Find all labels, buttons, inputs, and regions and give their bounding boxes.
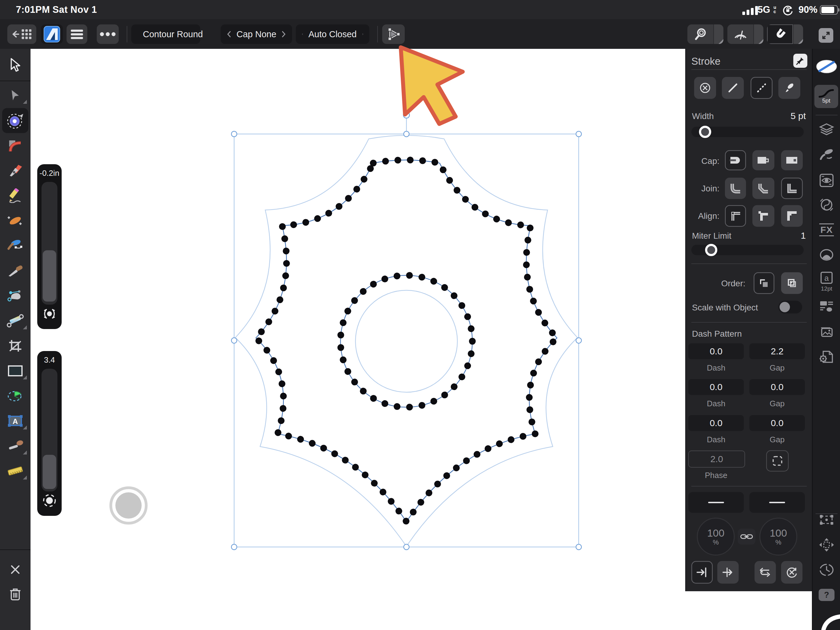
- cancel-button[interactable]: [0, 559, 30, 581]
- stroke-none-button[interactable]: [694, 77, 716, 99]
- chevron-right-icon[interactable]: [362, 30, 363, 38]
- tool-vector-brush[interactable]: [0, 235, 30, 257]
- stroke-panel-tab-selected[interactable]: 5pt: [814, 85, 838, 108]
- join-bevel-button[interactable]: [752, 178, 774, 199]
- line-end-style-selector[interactable]: [749, 492, 805, 513]
- pressure-start-button[interactable]: [692, 561, 713, 584]
- document-settings-tab[interactable]: [813, 349, 840, 365]
- reset-pressure-button[interactable]: [781, 561, 802, 584]
- hide-outline[interactable]: [235, 136, 578, 547]
- character-panel-tab[interactable]: a 12pt: [813, 270, 840, 292]
- scrub-dot-icon[interactable]: [42, 493, 57, 508]
- stitch-contour[interactable]: [256, 160, 557, 522]
- slider-thumb[interactable]: [43, 455, 56, 489]
- stroke-dashed-button[interactable]: [750, 77, 772, 99]
- join-round-button[interactable]: [725, 178, 746, 199]
- zoom-tool-button[interactable]: [687, 24, 723, 44]
- brushes-panel-tab[interactable]: [813, 147, 840, 163]
- help-button[interactable]: ?: [813, 587, 840, 603]
- slider-thumb[interactable]: [43, 250, 56, 302]
- miter-slider-knob[interactable]: [705, 244, 717, 256]
- scale-with-object-toggle[interactable]: [778, 301, 802, 313]
- stroke-solid-button[interactable]: [722, 77, 744, 99]
- back-home-button[interactable]: [7, 24, 36, 44]
- tool-selection-brush[interactable]: [0, 385, 30, 407]
- pin-panel-button[interactable]: [793, 54, 807, 68]
- contour-type-selector[interactable]: Contour Round: [131, 24, 200, 44]
- delete-button[interactable]: [0, 583, 30, 605]
- link-dials-button[interactable]: [738, 529, 755, 545]
- transform-panel-tab[interactable]: [813, 512, 840, 528]
- smoothness-slider[interactable]: 3.4: [37, 351, 62, 516]
- more-options-button[interactable]: [97, 24, 119, 44]
- align-outside-button[interactable]: [781, 205, 803, 227]
- tool-pencil[interactable]: [0, 185, 30, 207]
- tool-move[interactable]: [0, 54, 30, 76]
- tool-knife[interactable]: [0, 260, 30, 282]
- slider-track[interactable]: [41, 182, 57, 305]
- dash-preview-button[interactable]: [766, 450, 789, 472]
- snapping-flyout[interactable]: [793, 24, 803, 44]
- snapping-button[interactable]: [767, 24, 803, 44]
- color-panel-tab[interactable]: [813, 197, 840, 213]
- navigator-panel-tab[interactable]: [813, 537, 840, 553]
- width-slider[interactable]: [692, 127, 804, 137]
- tool-text[interactable]: A: [0, 410, 30, 432]
- gap-field-1[interactable]: 2.2: [749, 343, 805, 359]
- miter-limit-slider[interactable]: [692, 245, 804, 255]
- chevron-right-icon[interactable]: [282, 30, 286, 38]
- stock-panel-tab[interactable]: [813, 324, 840, 340]
- cap-type-selector[interactable]: Cap None: [221, 24, 292, 44]
- scrub-eye-icon[interactable]: [42, 306, 57, 321]
- dash-field-3[interactable]: 0.0: [688, 415, 744, 431]
- cap-square-button[interactable]: [781, 150, 803, 171]
- width-slider-knob[interactable]: [699, 126, 711, 138]
- appearance-panel-tab[interactable]: [813, 172, 840, 189]
- tool-crop[interactable]: [0, 335, 30, 357]
- tool-ruler[interactable]: [0, 460, 30, 482]
- contour-offset-slider[interactable]: -0.2in: [37, 164, 62, 329]
- stroke-color-swatch[interactable]: [816, 59, 838, 74]
- paragraph-panel-tab[interactable]: [813, 298, 840, 315]
- slider-track[interactable]: [41, 369, 57, 491]
- order-behind-button[interactable]: [781, 272, 803, 294]
- tool-pen[interactable]: [0, 159, 30, 182]
- gap-field-3[interactable]: 0.0: [749, 415, 805, 431]
- align-center-button[interactable]: [725, 205, 746, 227]
- tool-shape[interactable]: [0, 360, 30, 382]
- cap-butt-button[interactable]: [752, 150, 774, 171]
- tool-node[interactable]: [0, 84, 30, 106]
- chevron-left-icon[interactable]: [227, 30, 231, 38]
- align-inside-button[interactable]: [752, 205, 774, 227]
- app-logo-button[interactable]: [41, 24, 63, 44]
- expand-panels-button[interactable]: [819, 28, 833, 43]
- hole-outline[interactable]: [355, 290, 458, 392]
- selection-handles[interactable]: [231, 112, 581, 550]
- line-start-style-selector[interactable]: [688, 492, 744, 513]
- tool-point-transform[interactable]: [0, 285, 30, 307]
- start-pressure-dial[interactable]: 100%: [697, 518, 735, 556]
- stroke-brush-button[interactable]: [778, 77, 801, 99]
- close-mode-selector[interactable]: Auto Closed: [296, 24, 369, 44]
- dash-field-1[interactable]: 0.0: [688, 343, 744, 359]
- fx-panel-tab[interactable]: FX: [813, 222, 840, 238]
- cap-round-button[interactable]: [725, 150, 746, 171]
- pressure-through-button[interactable]: [717, 561, 739, 584]
- gap-field-2[interactable]: 0.0: [749, 379, 805, 395]
- tool-contour-selected[interactable]: [0, 110, 30, 131]
- phase-field[interactable]: 2.0: [688, 450, 745, 467]
- dash-field-2[interactable]: 0.0: [688, 379, 744, 395]
- end-pressure-dial[interactable]: 100%: [759, 518, 797, 556]
- menu-button[interactable]: [66, 24, 87, 44]
- layers-panel-tab[interactable]: [813, 122, 840, 138]
- gauge-tool-button[interactable]: [727, 24, 763, 44]
- history-panel-tab[interactable]: [813, 562, 840, 578]
- swap-pressure-button[interactable]: [755, 561, 776, 584]
- tool-transparency[interactable]: [0, 210, 30, 232]
- tool-color-picker[interactable]: [0, 435, 30, 457]
- join-miter-button[interactable]: [781, 178, 803, 199]
- order-front-button[interactable]: [754, 272, 774, 294]
- zoom-tool-flyout[interactable]: [713, 24, 723, 44]
- tool-corner[interactable]: [0, 134, 30, 156]
- tool-gradient[interactable]: [0, 310, 30, 332]
